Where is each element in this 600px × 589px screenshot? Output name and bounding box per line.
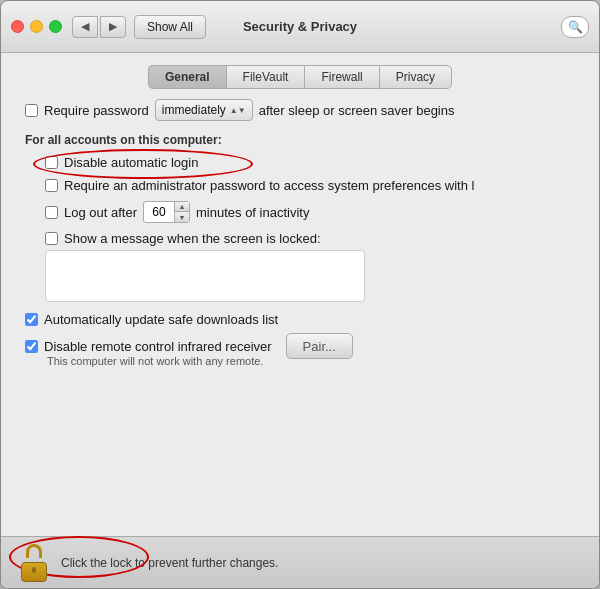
show-message-label: Show a message when the screen is locked… — [64, 231, 321, 246]
close-button[interactable] — [11, 20, 24, 33]
message-textbox[interactable] — [45, 250, 365, 302]
tab-firewall[interactable]: Firewall — [304, 65, 378, 89]
logout-minutes-input[interactable]: 60 — [144, 205, 174, 219]
tab-filevault[interactable]: FileVault — [226, 65, 305, 89]
require-admin-checkbox[interactable] — [45, 179, 58, 192]
logout-row: Log out after 60 ▲ ▼ minutes of inactivi… — [45, 201, 575, 223]
titlebar: ◀ ▶ Show All Security & Privacy 🔍 — [1, 1, 599, 53]
disable-autologin-label: Disable automatic login — [64, 155, 198, 170]
auto-update-checkbox[interactable] — [25, 313, 38, 326]
auto-update-row: Automatically update safe downloads list — [25, 312, 575, 327]
lock-area — [17, 544, 51, 582]
disable-autologin-row: Disable automatic login — [45, 155, 575, 170]
traffic-lights — [11, 20, 62, 33]
section-accounts-label: For all accounts on this computer: — [25, 133, 575, 147]
zoom-button[interactable] — [49, 20, 62, 33]
tabs-row: General FileVault Firewall Privacy — [1, 53, 599, 99]
lock-text: Click the lock to prevent further change… — [61, 556, 278, 570]
auto-update-label: Automatically update safe downloads list — [44, 312, 278, 327]
require-password-checkbox[interactable] — [25, 104, 38, 117]
lock-body — [21, 562, 47, 582]
tab-general[interactable]: General — [148, 65, 226, 89]
tab-privacy[interactable]: Privacy — [379, 65, 452, 89]
show-message-row: Show a message when the screen is locked… — [45, 231, 575, 246]
require-admin-label: Require an administrator password to acc… — [64, 178, 474, 193]
nav-buttons: ◀ ▶ — [72, 16, 126, 38]
back-button[interactable]: ◀ — [72, 16, 98, 38]
password-timing-dropdown[interactable]: immediately ▲▼ — [155, 99, 253, 121]
disable-remote-checkbox[interactable] — [25, 340, 38, 353]
logout-suffix: minutes of inactivity — [196, 205, 309, 220]
main-window: ◀ ▶ Show All Security & Privacy 🔍 Genera… — [0, 0, 600, 589]
require-password-row: Require password immediately ▲▼ after sl… — [25, 99, 575, 121]
content-area: Require password immediately ▲▼ after sl… — [1, 99, 599, 536]
disable-autologin-checkbox[interactable] — [45, 156, 58, 169]
disable-remote-label: Disable remote control infrared receiver — [44, 339, 272, 354]
bottom-bar: Click the lock to prevent further change… — [1, 536, 599, 588]
search-box[interactable]: 🔍 — [561, 16, 589, 38]
logout-spinbox[interactable]: 60 ▲ ▼ — [143, 201, 190, 223]
logout-label: Log out after — [64, 205, 137, 220]
forward-button[interactable]: ▶ — [100, 16, 126, 38]
dropdown-arrow-icon: ▲▼ — [230, 106, 246, 115]
require-admin-row: Require an administrator password to acc… — [45, 178, 575, 193]
require-password-label: Require password — [44, 103, 149, 118]
pair-button[interactable]: Pair... — [286, 333, 353, 359]
window-title: Security & Privacy — [243, 19, 357, 34]
spinbox-up-icon[interactable]: ▲ — [175, 202, 189, 212]
logout-checkbox[interactable] — [45, 206, 58, 219]
spinbox-arrows: ▲ ▼ — [174, 202, 189, 222]
require-password-suffix: after sleep or screen saver begins — [259, 103, 455, 118]
spinbox-down-icon[interactable]: ▼ — [175, 212, 189, 222]
lock-icon[interactable] — [17, 544, 51, 582]
show-message-checkbox[interactable] — [45, 232, 58, 245]
lock-keyhole — [32, 567, 36, 573]
show-all-button[interactable]: Show All — [134, 15, 206, 39]
lock-shackle — [26, 544, 42, 558]
minimize-button[interactable] — [30, 20, 43, 33]
